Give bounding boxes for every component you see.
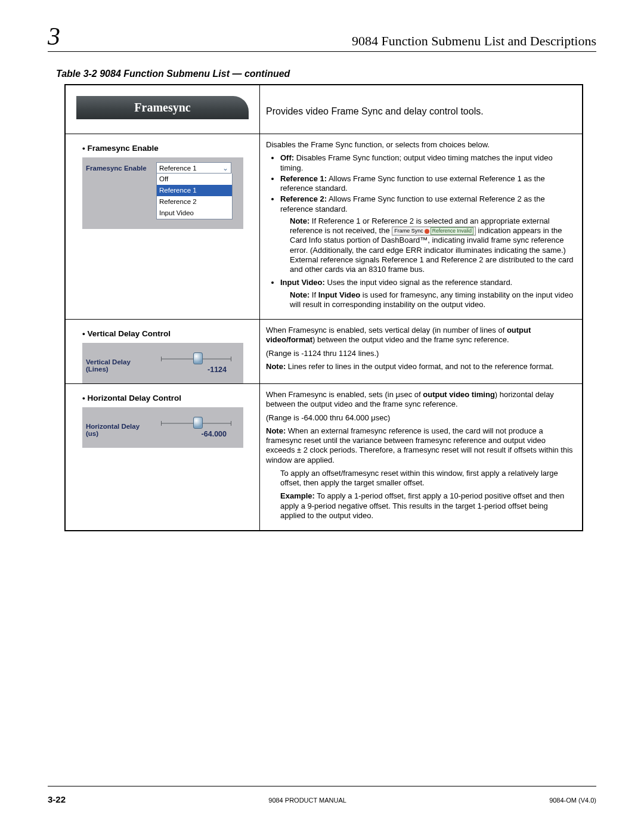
vertical-delay-label: Vertical Delay Control [66, 320, 259, 343]
hd-range: (Range is -64.000 thru 64.000 μsec) [266, 413, 575, 423]
running-head: 3 9084 Function Submenu List and Descrip… [48, 24, 596, 52]
vd-note: Note: Lines refer to lines in the output… [266, 362, 575, 371]
footer-center: 9084 PRODUCT MANUAL [268, 797, 346, 804]
hd-apply: To apply an offset/framesync reset withi… [280, 469, 575, 488]
vertical-delay-value: -1124 [156, 366, 234, 374]
footer-right: 9084-OM (V4.0) [549, 797, 596, 804]
option-input-video[interactable]: Input Video [157, 208, 232, 219]
horizontal-delay-cell: Horizontal Delay Control Horizontal Dela… [65, 384, 260, 531]
horizontal-delay-desc: When Framesync is enabled, sets (in μsec… [260, 384, 583, 531]
hd-p1: When Framesync is enabled, sets (in μsec… [266, 390, 575, 410]
framesync-enable-cell: Framesync Enable Framesync Enable Refere… [65, 134, 260, 320]
framesync-enable-combo-value: Reference 1 [159, 165, 197, 172]
status-dot-icon [425, 229, 429, 234]
horizontal-delay-field-label: Horizontal Delay (us) [86, 412, 153, 437]
chevron-down-icon: ⌄ [222, 164, 228, 172]
option-reference-1[interactable]: Reference 1 [157, 185, 232, 196]
fe-off: Off: Disables Frame Sync function; outpu… [280, 153, 575, 173]
hd-example: Example: To apply a 1-period offset, fir… [280, 491, 575, 521]
vd-p1: When Framesync is enabled, sets vertical… [266, 326, 575, 345]
submenu-table: Framesync Provides video Frame Sync and … [64, 84, 583, 531]
horizontal-delay-slider[interactable] [161, 418, 231, 429]
fe-ref2: Reference 2: Allows Frame Sync function … [280, 194, 575, 214]
footer-rule [48, 786, 596, 786]
chapter-title: 9084 Function Submenu List and Descripti… [352, 33, 596, 49]
option-off[interactable]: Off [157, 174, 232, 185]
vertical-delay-field-label: Vertical Delay (Lines) [86, 348, 153, 373]
chapter-number: 3 [48, 24, 60, 49]
framesync-enable-listbox[interactable]: Off Reference 1 Reference 2 Input Video [156, 174, 233, 219]
fe-ref-note: Note: If Reference 1 or Reference 2 is s… [290, 216, 575, 275]
vertical-delay-cell: Vertical Delay Control Vertical Delay (L… [65, 320, 260, 384]
tab-summary: Provides video Frame Sync and delay cont… [260, 85, 583, 134]
framesync-enable-label: Framesync Enable [66, 134, 259, 157]
horizontal-delay-label: Horizontal Delay Control [66, 384, 259, 407]
page-footer: 3-22 9084 PRODUCT MANUAL 9084-OM (V4.0) [48, 794, 596, 804]
fe-input-video: Input Video: Uses the input video signal… [280, 278, 575, 287]
vd-range: (Range is -1124 thru 1124 lines.) [266, 349, 575, 358]
fe-intro: Disables the Frame Sync function, or sel… [266, 140, 575, 150]
reference-invalid-badge: Frame SyncReference Invalid [392, 227, 476, 236]
fe-ref1: Reference 1: Allows Frame Sync function … [280, 174, 575, 194]
framesync-enable-field-label: Framesync Enable [86, 165, 153, 172]
tab-framesync: Framesync [76, 96, 249, 119]
table-caption: Table 3-2 9084 Function Submenu List — c… [56, 69, 596, 79]
option-reference-2[interactable]: Reference 2 [157, 196, 232, 208]
horizontal-delay-value: -64.000 [156, 430, 234, 438]
page-number: 3-22 [48, 794, 66, 804]
vertical-delay-desc: When Framesync is enabled, sets vertical… [260, 320, 583, 384]
vertical-delay-panel: Vertical Delay (Lines) -1124 [82, 343, 243, 383]
fe-iv-note: Note: If Input Video is used for framesy… [290, 290, 575, 310]
horizontal-delay-panel: Horizontal Delay (us) -64.000 [82, 407, 243, 448]
hd-note: Note: When an external framesync referen… [266, 426, 575, 465]
framesync-enable-panel: Framesync Enable Reference 1 ⌄ Off Refer… [82, 157, 243, 229]
framesync-enable-combo[interactable]: Reference 1 ⌄ [156, 162, 231, 174]
framesync-enable-desc: Disables the Frame Sync function, or sel… [260, 134, 583, 320]
vertical-delay-slider[interactable] [161, 354, 231, 364]
